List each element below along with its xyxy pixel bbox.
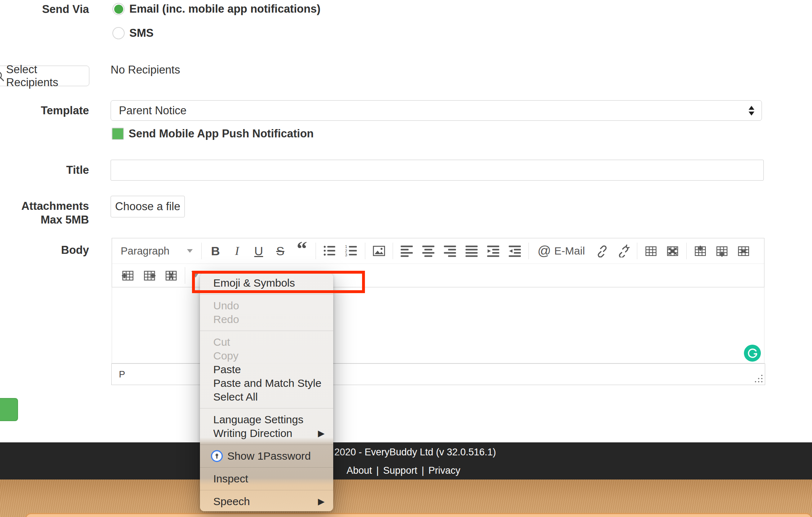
context-menu-item-show-1password[interactable]: Show 1Password [200, 449, 333, 463]
radio-option-sms[interactable]: SMS [112, 27, 153, 40]
context-menu-item-label: Cut [213, 336, 230, 348]
body-label: Body [0, 244, 89, 257]
paragraph-style-select[interactable]: Paragraph [117, 241, 198, 261]
context-menu-separator [200, 490, 333, 490]
context-menu-item-label: Paste and Match Style [213, 377, 321, 389]
link-button[interactable] [591, 241, 612, 261]
table-button[interactable] [640, 241, 662, 261]
insert-row-above-button[interactable] [690, 241, 711, 261]
align-center-button[interactable] [418, 241, 439, 261]
insert-row-above-icon [694, 244, 707, 257]
select-recipients-label: Select Recipients [6, 63, 89, 89]
send-button[interactable] [0, 398, 18, 421]
template-select[interactable]: Parent Notice [111, 100, 762, 121]
context-menu-item-label: Paste [213, 363, 241, 375]
italic-button[interactable]: I [226, 241, 248, 261]
justify-button[interactable] [461, 241, 482, 261]
choose-file-button[interactable]: Choose a file [111, 196, 185, 217]
radio-option-email[interactable]: Email (inc. mobile app notifications) [112, 3, 321, 16]
context-menu-item-select-all[interactable]: Select All [200, 390, 333, 404]
context-menu-item-paste[interactable]: Paste [200, 363, 333, 376]
svg-text:1: 1 [345, 244, 347, 249]
attachments-label: Attachments [0, 200, 89, 213]
context-menu-item-label: Undo [213, 300, 239, 311]
element-path[interactable]: P [119, 369, 125, 380]
select-stepper-icon [749, 106, 754, 115]
radio-selected-icon[interactable] [112, 3, 125, 15]
italic-icon: I [235, 244, 239, 258]
align-left-button[interactable] [396, 241, 418, 261]
context-menu-item-label: Show 1Password [227, 449, 311, 463]
footer-link-separator: | [421, 465, 424, 476]
recipients-status: No Recipients [111, 63, 180, 76]
radio-label-email: Email (inc. mobile app notifications) [129, 3, 321, 16]
editor-toolbar-row1: ParagraphBIUS“123@E-Mail [112, 238, 764, 264]
toolbar-separator [316, 243, 316, 259]
submenu-arrow-icon: ▶ [318, 495, 325, 508]
context-menu-item-paste-and-match-style[interactable]: Paste and Match Style [200, 376, 333, 390]
bold-button[interactable]: B [205, 241, 226, 261]
push-notification-checkbox[interactable] [112, 128, 124, 140]
context-menu-item-label: Redo [213, 313, 239, 325]
image-button[interactable] [368, 241, 390, 261]
template-selected-value: Parent Notice [111, 104, 187, 117]
grammarly-icon[interactable] [744, 345, 761, 362]
push-notification-label: Send Mobile App Push Notification [129, 127, 314, 140]
insert-col-right-button[interactable] [139, 266, 160, 285]
annotation-highlight-box [192, 271, 365, 293]
blockquote-icon: “ [297, 245, 307, 257]
indent-button[interactable] [482, 241, 504, 261]
send-via-label: Send Via [0, 3, 89, 16]
blockquote-button[interactable]: “ [291, 241, 313, 261]
chevron-down-icon [187, 249, 193, 253]
context-menu-item-writing-direction[interactable]: Writing Direction▶ [200, 427, 333, 440]
context-menu-item-copy: Copy [200, 349, 333, 363]
context-menu-separator [200, 331, 333, 331]
toolbar-separator [201, 243, 202, 259]
outdent-button[interactable] [504, 241, 526, 261]
delete-col-icon [165, 269, 178, 282]
align-right-icon [443, 244, 456, 257]
footer-link-privacy[interactable]: Privacy [428, 465, 460, 476]
context-menu-separator [200, 467, 333, 468]
strikethrough-icon: S [276, 244, 285, 258]
resize-grip-icon[interactable] [754, 374, 763, 383]
insert-row-below-button[interactable] [711, 241, 733, 261]
bullet-list-button[interactable] [319, 241, 340, 261]
insert-col-left-button[interactable] [117, 266, 139, 285]
context-menu-item-inspect[interactable]: Inspect [200, 472, 333, 486]
unlink-button[interactable] [612, 241, 634, 261]
numbered-list-button[interactable]: 123 [340, 241, 362, 261]
delete-row-button[interactable] [733, 241, 754, 261]
toolbar-separator [686, 243, 687, 259]
footer-link-separator: | [376, 465, 379, 476]
delete-table-button[interactable] [662, 241, 683, 261]
delete-col-button[interactable] [160, 266, 182, 285]
insert-email-button[interactable]: @E-Mail [532, 241, 591, 261]
desktop-wallpaper [0, 480, 812, 517]
radio-unselected-icon[interactable] [112, 27, 125, 39]
svg-text:3: 3 [345, 253, 347, 257]
toolbar-separator [637, 243, 637, 259]
footer-link-about[interactable]: About [347, 465, 372, 476]
align-right-button[interactable] [439, 241, 461, 261]
justify-icon [465, 244, 478, 257]
delete-table-icon [666, 244, 679, 257]
context-menu-item-redo: Redo [200, 313, 333, 326]
footer-links: About|Support|Privacy [347, 465, 460, 476]
select-recipients-button[interactable]: Select Recipients [0, 66, 89, 86]
context-menu-item-cut: Cut [200, 335, 333, 349]
strikethrough-button[interactable]: S [269, 241, 291, 261]
context-menu-item-language-settings[interactable]: Language Settings [200, 413, 333, 427]
context-menu-item-speech[interactable]: Speech▶ [200, 495, 333, 508]
title-input[interactable] [111, 160, 764, 181]
context-menu-item-label: Inspect [213, 473, 248, 485]
footer-link-support[interactable]: Support [383, 465, 418, 476]
table-icon [644, 244, 657, 257]
context-menu-item-label: Speech [213, 495, 250, 507]
screen: Send Via Email (inc. mobile app notifica… [0, 0, 812, 517]
insert-col-left-icon [121, 269, 134, 282]
underline-button[interactable]: U [248, 241, 269, 261]
indent-icon [487, 244, 500, 257]
toolbar-separator [528, 243, 529, 259]
